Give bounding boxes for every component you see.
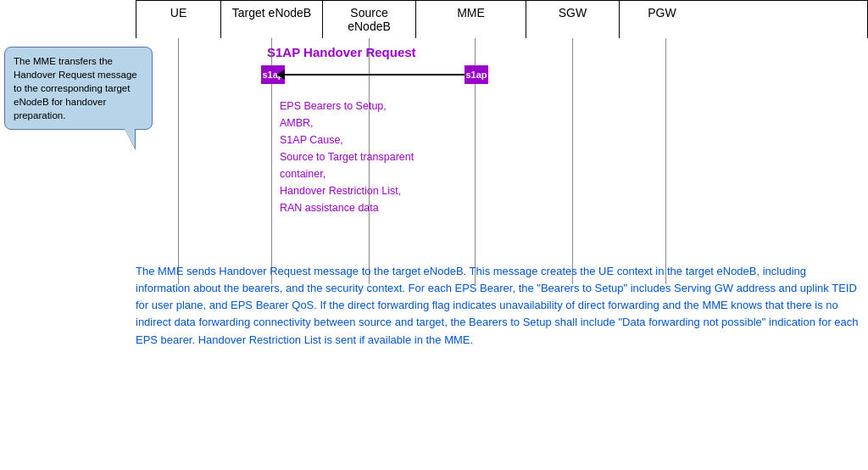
description-text: The MME sends Handover Request message t… [136,263,860,349]
vline-sgw [572,38,573,284]
header-mme: MME [416,1,526,38]
params-text: EPS Bearers to Setup, AMBR, S1AP Cause, … [280,98,414,216]
header-pgw: PGW [620,1,704,38]
header-row: UE Target eNodeB Source eNodeB MME SGW P… [136,0,868,38]
s1ap-box-mme: s1ap [465,65,488,84]
header-source-enodeb: Source eNodeB [323,1,416,38]
callout-bubble: The MME transfers the Handover Request m… [4,47,153,130]
header-sgw: SGW [526,1,620,38]
arrow-line-s1ap [285,74,465,76]
vline-pgw [665,38,666,284]
arrow-head-s1ap [276,70,285,80]
header-ue: UE [136,1,221,38]
s1ap-label-mme: s1ap [465,70,487,80]
s1ap-handover-label: S1AP Handover Request [267,45,416,59]
sequence-area: S1AP Handover Request s1ap s1ap EPS Bear… [136,38,868,284]
header-target-enodeb: Target eNodeB [221,1,323,38]
vline-ue [178,38,179,284]
diagram-container: UE Target eNodeB Source eNodeB MME SGW P… [0,0,868,470]
callout-text: The MME transfers the Handover Request m… [14,56,137,120]
